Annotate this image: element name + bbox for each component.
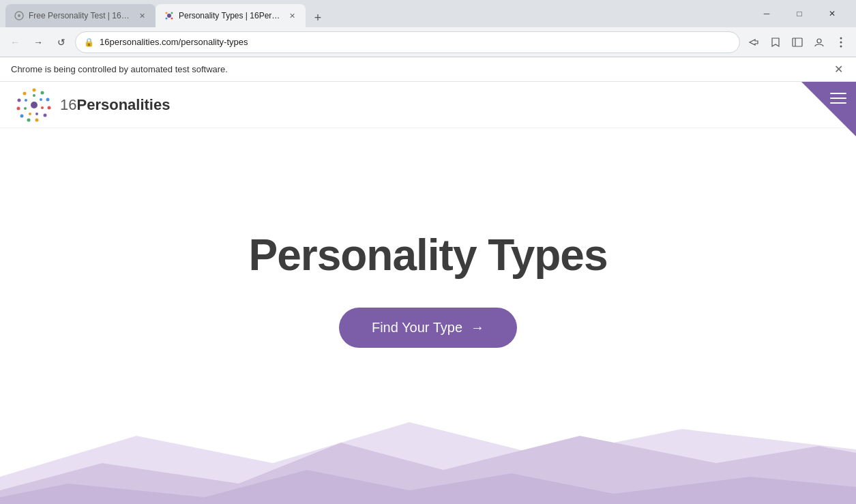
tab1-favicon [14,10,25,21]
reload-button[interactable]: ↺ [52,33,71,52]
hero-section: Personality Types Find Your Type → [0,128,856,504]
maximize-button[interactable]: □ [784,3,815,25]
svg-point-13 [33,88,36,91]
forward-button[interactable]: → [29,33,48,52]
page-content: 16Personalities Personality Types Find Y… [0,82,856,504]
svg-point-11 [840,41,842,43]
address-text: 16personalities.com/personality-types [100,37,731,47]
svg-point-18 [35,118,39,121]
tab-strip: Free Personality Test | 16Persona... ✕ P… [5,0,751,27]
svg-point-4 [171,12,173,14]
title-bar: Free Personality Test | 16Persona... ✕ P… [0,0,856,27]
back-button[interactable]: ← [5,33,25,52]
svg-point-28 [29,113,31,115]
site-header: 16Personalities [0,82,856,128]
svg-point-17 [44,113,47,117]
tab1-close[interactable]: ✕ [136,10,147,21]
info-bar: Chrome is being controlled by automated … [0,57,856,82]
sidebar-icon[interactable] [788,33,807,52]
find-your-type-button[interactable]: Find Your Type → [339,308,517,348]
svg-point-20 [20,114,24,117]
tab1-label: Free Personality Test | 16Persona... [29,11,132,20]
bookmark-icon[interactable] [766,33,785,52]
toolbar-actions [744,33,851,52]
svg-point-30 [25,99,27,102]
svg-point-23 [23,91,27,95]
svg-point-27 [35,113,38,115]
svg-point-29 [24,107,27,110]
new-tab-button[interactable]: + [308,8,327,27]
hamburger-line-2 [830,98,846,99]
svg-point-12 [840,45,842,47]
svg-point-19 [27,118,31,121]
window-controls: ─ □ ✕ [751,3,851,25]
address-bar[interactable]: 🔒 16personalities.com/personality-types [75,31,740,53]
tab2-favicon [164,10,175,21]
svg-point-9 [817,39,821,43]
find-type-label: Find Your Type [372,320,462,336]
svg-point-15 [46,98,50,101]
svg-point-16 [48,106,51,109]
logo-name: Personalities [76,96,170,113]
close-button[interactable]: ✕ [816,3,848,25]
svg-point-14 [41,91,44,94]
svg-point-24 [33,94,35,97]
svg-point-22 [18,98,21,102]
find-type-arrow: → [471,320,484,336]
logo-number: 16 [60,96,76,113]
wave-decoration [0,395,856,504]
lock-icon: 🔒 [84,38,94,47]
hamburger-line-1 [830,93,846,94]
info-bar-close-button[interactable]: ✕ [831,63,845,76]
svg-point-2 [167,14,171,18]
toolbar: ← → ↺ 🔒 16personalities.com/personality-… [0,27,856,57]
svg-point-25 [40,98,42,101]
logo-text: 16Personalities [60,96,170,114]
hamburger-lines [830,93,846,104]
tab2-close[interactable]: ✕ [286,10,297,21]
logo-area: 16Personalities [16,87,170,123]
svg-point-6 [171,18,173,20]
svg-point-31 [31,102,38,108]
tab-inactive[interactable]: Free Personality Test | 16Persona... ✕ [5,4,156,27]
tab-active[interactable]: Personality Types | 16Personalitie... ✕ [156,4,306,27]
chrome-menu-icon[interactable] [831,33,851,52]
svg-point-10 [840,37,842,39]
profile-icon[interactable] [810,33,829,52]
tab2-label: Personality Types | 16Personalitie... [179,11,282,20]
svg-rect-7 [793,38,802,46]
hamburger-line-3 [830,102,846,104]
minimize-button[interactable]: ─ [751,3,782,25]
svg-point-3 [166,12,168,14]
share-icon[interactable] [744,33,763,52]
svg-point-26 [41,106,44,109]
svg-point-21 [17,106,20,110]
svg-point-1 [18,14,20,17]
browser-window: Free Personality Test | 16Persona... ✕ P… [0,0,856,504]
info-bar-text: Chrome is being controlled by automated … [11,64,831,74]
svg-point-5 [166,18,168,20]
page-title: Personality Types [248,230,607,280]
logo-icon [16,87,52,123]
